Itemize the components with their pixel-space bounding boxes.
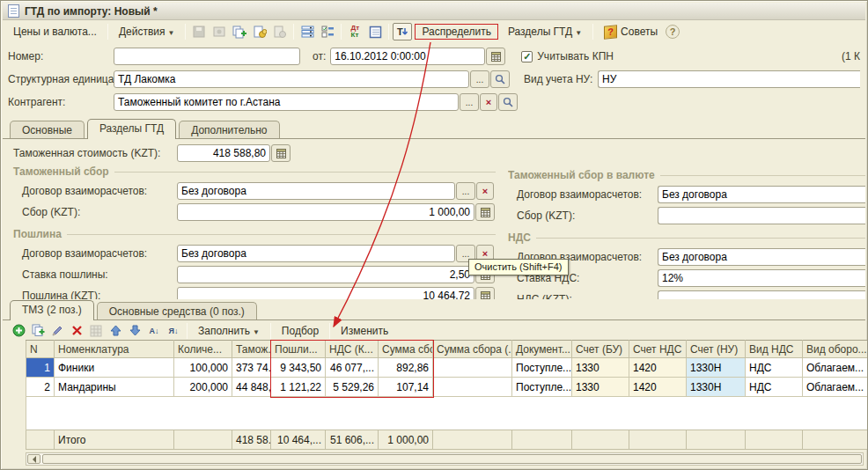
prices-currency-button[interactable]: Цены и валюта...: [6, 22, 104, 41]
number-input[interactable]: [114, 48, 300, 65]
vat-input[interactable]: [658, 290, 865, 299]
duty-rate-input[interactable]: 2,50: [177, 266, 474, 283]
preview-icon[interactable]: [210, 23, 229, 40]
vat-rate-input[interactable]: 12%: [658, 269, 865, 287]
save-icon[interactable]: [189, 23, 209, 40]
table-cell[interactable]: 1420: [629, 358, 687, 378]
calendar-button[interactable]: [486, 48, 505, 65]
table-cell[interactable]: 373 74...: [232, 358, 271, 378]
sort-desc-icon[interactable]: Я↓: [165, 323, 182, 339]
contractor-input[interactable]: Таможенный комитет по г.Астана: [114, 93, 459, 111]
grid-icon[interactable]: [87, 323, 105, 339]
edit-icon[interactable]: [48, 323, 66, 339]
table-cell[interactable]: 1330: [572, 358, 629, 378]
table-cell[interactable]: Облагаем...: [803, 358, 868, 378]
vat-contract-input[interactable]: Без договора: [658, 248, 865, 266]
undo-post-icon[interactable]: [270, 23, 290, 40]
column-header[interactable]: Количе...: [174, 341, 232, 358]
change-button[interactable]: Изменить: [335, 322, 394, 340]
table-row[interactable]: 1 Финики 100,000 373 74... 9 343,50 46 0…: [26, 358, 868, 378]
table-cell[interactable]: 9 343,50: [271, 358, 326, 378]
ellipsis-button[interactable]: ...: [456, 182, 475, 200]
tab-additional[interactable]: Дополнительно: [179, 121, 279, 138]
table-cell[interactable]: 107,14: [379, 378, 433, 397]
column-header[interactable]: Вид оборо...: [803, 341, 868, 358]
scrollbar-thumb[interactable]: [42, 454, 862, 464]
dt-kt-icon[interactable]: ДтКт: [345, 23, 364, 40]
table-cell[interactable]: 892,86: [379, 358, 433, 378]
copy-icon[interactable]: [230, 23, 249, 40]
add-icon[interactable]: [10, 323, 27, 339]
sort-asc-icon[interactable]: А↓: [145, 323, 163, 339]
column-header[interactable]: Тамож...: [232, 341, 271, 358]
clear-button[interactable]: ×: [476, 182, 494, 200]
column-header[interactable]: Счет НДС: [629, 341, 687, 358]
column-header[interactable]: НДС (К...: [326, 341, 379, 358]
copy-icon[interactable]: [29, 323, 47, 339]
column-header[interactable]: Счет (НУ): [687, 341, 746, 358]
table-cell[interactable]: Мандарины: [55, 378, 174, 397]
actions-button[interactable]: Действия▼: [112, 22, 182, 41]
table-cell[interactable]: Облагаем...: [803, 378, 868, 397]
table-cell[interactable]: [433, 378, 512, 397]
column-header[interactable]: Документ...: [512, 341, 572, 358]
calculator-button[interactable]: [271, 144, 291, 162]
column-header[interactable]: Сумма сбо...: [379, 341, 433, 358]
table-cell[interactable]: Финики: [55, 358, 174, 378]
column-header[interactable]: Номенклатура: [55, 341, 174, 358]
list-icon[interactable]: [298, 23, 317, 40]
customs-value-input[interactable]: 418 588,80: [177, 144, 270, 162]
move-up-icon[interactable]: [107, 323, 124, 339]
gtd-sections-button[interactable]: Разделы ГТД▼: [501, 22, 589, 41]
table-cell[interactable]: 1330Н: [687, 358, 746, 378]
horizontal-scrollbar[interactable]: [26, 452, 864, 466]
fill-button[interactable]: Заполнить▼: [192, 322, 266, 340]
list-settings-icon[interactable]: [318, 23, 337, 40]
table-cell[interactable]: 200,000: [174, 378, 232, 397]
table-cell[interactable]: 2: [26, 378, 55, 397]
fee-input[interactable]: 1 000,00: [177, 203, 474, 221]
ellipsis-button[interactable]: ...: [460, 93, 479, 111]
advice-button[interactable]: ? Советы: [597, 22, 665, 42]
pick-button[interactable]: Подбор: [276, 322, 325, 340]
table-cell[interactable]: 5 529,26: [326, 378, 379, 397]
column-header[interactable]: Вид НДС: [746, 341, 803, 358]
kpn-checkbox[interactable]: ✓ Учитывать КПН: [521, 50, 614, 62]
fee-contract-input[interactable]: Без договора: [177, 182, 455, 200]
table-cell[interactable]: НДС: [746, 358, 803, 378]
document-journal-icon[interactable]: [365, 23, 385, 40]
tab-gtd-sections[interactable]: Разделы ГТД: [87, 119, 176, 139]
delete-icon[interactable]: [68, 323, 85, 339]
table-cell[interactable]: Поступле...: [512, 378, 572, 397]
clear-button[interactable]: ×: [480, 93, 497, 111]
fee-currency-input[interactable]: [658, 207, 865, 224]
table-cell[interactable]: 1: [26, 358, 55, 378]
duty-contract-input[interactable]: Без договора: [177, 245, 455, 262]
type-filter-icon[interactable]: Т: [393, 23, 412, 40]
calculator-button[interactable]: [475, 287, 495, 299]
post-document-icon[interactable]: [250, 23, 269, 40]
scroll-left-icon[interactable]: [27, 454, 40, 464]
duty-input[interactable]: 10 464,72: [177, 287, 474, 299]
window-titlebar[interactable]: ГТД по импорту: Новый *: [3, 3, 865, 20]
distribute-button[interactable]: Распределить: [417, 23, 496, 40]
table-cell[interactable]: 1330: [572, 378, 629, 397]
tab-tmz[interactable]: ТМЗ (2 поз.): [10, 300, 94, 320]
table-cell[interactable]: 44 848,...: [232, 378, 271, 397]
search-button[interactable]: [490, 70, 510, 88]
date-input[interactable]: 16.10.2012 0:00:00: [330, 48, 485, 65]
table-row[interactable]: 2 Мандарины 200,000 44 848,... 1 121,22 …: [26, 378, 868, 397]
nu-kind-input[interactable]: НУ: [598, 70, 860, 88]
table-cell[interactable]: НДС: [746, 378, 803, 397]
move-down-icon[interactable]: [126, 323, 143, 339]
unit-input[interactable]: ТД Лакомка: [114, 70, 469, 88]
column-header[interactable]: Сумма сбора (...: [433, 341, 512, 358]
table-cell[interactable]: 46 077,...: [326, 358, 379, 378]
table-cell[interactable]: 1420: [629, 378, 687, 397]
table-cell[interactable]: 100,000: [174, 358, 232, 378]
column-header[interactable]: N: [26, 341, 55, 358]
calculator-button[interactable]: [475, 203, 495, 221]
ellipsis-button[interactable]: ...: [470, 70, 489, 88]
table-cell[interactable]: Поступле...: [512, 358, 572, 378]
column-header[interactable]: Счет (БУ): [572, 341, 629, 358]
